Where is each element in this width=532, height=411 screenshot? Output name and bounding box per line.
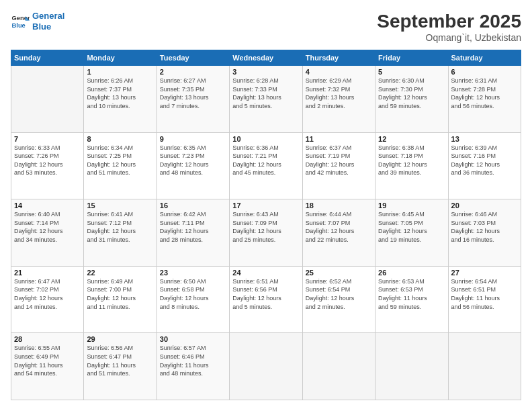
day-info: Sunrise: 6:52 AMSunset: 6:54 PMDaylight:… (306, 277, 372, 311)
day-info: Sunrise: 6:26 AMSunset: 7:37 PMDaylight:… (87, 77, 153, 110)
calendar-cell (448, 333, 521, 400)
calendar-cell: 1Sunrise: 6:26 AMSunset: 7:37 PMDaylight… (84, 66, 157, 133)
day-number: 3 (232, 68, 299, 76)
month-title: September 2025 (377, 11, 521, 32)
day-number: 6 (451, 68, 518, 76)
calendar-cell: 19Sunrise: 6:45 AMSunset: 7:05 PMDayligh… (375, 199, 448, 267)
logo: General Blue GeneralBlue (11, 11, 64, 32)
day-info: Sunrise: 6:36 AMSunset: 7:21 PMDaylight:… (232, 144, 299, 177)
day-info: Sunrise: 6:40 AMSunset: 7:14 PMDaylight:… (14, 210, 81, 244)
calendar-cell: 24Sunrise: 6:51 AMSunset: 6:56 PMDayligh… (230, 266, 302, 333)
day-info: Sunrise: 6:46 AMSunset: 7:03 PMDaylight:… (451, 210, 518, 244)
day-number: 17 (232, 201, 299, 210)
day-info: Sunrise: 6:39 AMSunset: 7:16 PMDaylight:… (451, 144, 518, 177)
day-info: Sunrise: 6:31 AMSunset: 7:28 PMDaylight:… (451, 77, 518, 110)
weekday-header: SundayMondayTuesdayWednesdayThursdayFrid… (11, 50, 521, 66)
day-number: 8 (87, 135, 153, 143)
calendar-cell: 3Sunrise: 6:28 AMSunset: 7:33 PMDaylight… (230, 66, 302, 133)
calendar-cell: 12Sunrise: 6:38 AMSunset: 7:18 PMDayligh… (375, 132, 448, 199)
day-info: Sunrise: 6:41 AMSunset: 7:12 PMDaylight:… (87, 210, 153, 244)
day-info: Sunrise: 6:34 AMSunset: 7:25 PMDaylight:… (87, 144, 153, 177)
day-info: Sunrise: 6:27 AMSunset: 7:35 PMDaylight:… (160, 77, 226, 110)
day-number: 1 (87, 68, 153, 76)
weekday-sunday: Sunday (11, 50, 84, 66)
day-number: 4 (306, 68, 372, 76)
day-number: 25 (306, 269, 372, 277)
calendar-cell: 25Sunrise: 6:52 AMSunset: 6:54 PMDayligh… (302, 266, 375, 333)
day-number: 14 (14, 201, 81, 210)
calendar-cell: 7Sunrise: 6:33 AMSunset: 7:26 PMDaylight… (11, 132, 84, 199)
day-info: Sunrise: 6:38 AMSunset: 7:18 PMDaylight:… (378, 144, 445, 177)
calendar-cell: 13Sunrise: 6:39 AMSunset: 7:16 PMDayligh… (448, 132, 521, 199)
day-info: Sunrise: 6:43 AMSunset: 7:09 PMDaylight:… (232, 210, 299, 244)
calendar-cell: 30Sunrise: 6:57 AMSunset: 6:46 PMDayligh… (157, 333, 229, 400)
weekday-wednesday: Wednesday (230, 50, 302, 66)
calendar-cell: 8Sunrise: 6:34 AMSunset: 7:25 PMDaylight… (84, 132, 157, 199)
day-number: 24 (232, 269, 299, 277)
calendar-cell: 2Sunrise: 6:27 AMSunset: 7:35 PMDaylight… (157, 66, 229, 133)
day-info: Sunrise: 6:49 AMSunset: 7:00 PMDaylight:… (87, 277, 153, 311)
calendar-cell: 28Sunrise: 6:55 AMSunset: 6:49 PMDayligh… (11, 333, 84, 400)
weekday-tuesday: Tuesday (157, 50, 229, 66)
day-number: 26 (378, 269, 445, 277)
day-number: 27 (451, 269, 518, 277)
day-number: 21 (14, 269, 81, 277)
calendar-cell: 22Sunrise: 6:49 AMSunset: 7:00 PMDayligh… (84, 266, 157, 333)
day-info: Sunrise: 6:30 AMSunset: 7:30 PMDaylight:… (378, 77, 445, 110)
day-info: Sunrise: 6:51 AMSunset: 6:56 PMDaylight:… (232, 277, 299, 311)
day-number: 23 (160, 269, 226, 277)
day-info: Sunrise: 6:57 AMSunset: 6:46 PMDaylight:… (160, 344, 226, 377)
calendar-cell: 11Sunrise: 6:37 AMSunset: 7:19 PMDayligh… (302, 132, 375, 199)
calendar-cell (375, 333, 448, 400)
title-block: September 2025 Oqmang`it, Uzbekistan (377, 11, 521, 43)
day-info: Sunrise: 6:54 AMSunset: 6:51 PMDaylight:… (451, 277, 518, 311)
calendar-cell: 4Sunrise: 6:29 AMSunset: 7:32 PMDaylight… (302, 66, 375, 133)
location: Oqmang`it, Uzbekistan (377, 32, 521, 43)
day-number: 30 (160, 335, 226, 343)
week-row-4: 21Sunrise: 6:47 AMSunset: 7:02 PMDayligh… (11, 266, 521, 333)
day-number: 19 (378, 201, 445, 210)
week-row-1: 1Sunrise: 6:26 AMSunset: 7:37 PMDaylight… (11, 66, 521, 133)
day-info: Sunrise: 6:55 AMSunset: 6:49 PMDaylight:… (14, 344, 81, 377)
week-row-5: 28Sunrise: 6:55 AMSunset: 6:49 PMDayligh… (11, 333, 521, 400)
calendar: SundayMondayTuesdayWednesdayThursdayFrid… (11, 50, 521, 400)
day-number: 5 (378, 68, 445, 76)
day-number: 11 (306, 135, 372, 143)
calendar-cell: 17Sunrise: 6:43 AMSunset: 7:09 PMDayligh… (230, 199, 302, 267)
calendar-cell (302, 333, 375, 400)
weekday-monday: Monday (84, 50, 157, 66)
calendar-cell: 18Sunrise: 6:44 AMSunset: 7:07 PMDayligh… (302, 199, 375, 267)
day-info: Sunrise: 6:50 AMSunset: 6:58 PMDaylight:… (160, 277, 226, 311)
day-number: 2 (160, 68, 226, 76)
calendar-cell: 29Sunrise: 6:56 AMSunset: 6:47 PMDayligh… (84, 333, 157, 400)
day-info: Sunrise: 6:28 AMSunset: 7:33 PMDaylight:… (232, 77, 299, 110)
day-info: Sunrise: 6:47 AMSunset: 7:02 PMDaylight:… (14, 277, 81, 311)
calendar-cell: 16Sunrise: 6:42 AMSunset: 7:11 PMDayligh… (157, 199, 229, 267)
day-number: 15 (87, 201, 153, 210)
weekday-thursday: Thursday (302, 50, 375, 66)
day-info: Sunrise: 6:56 AMSunset: 6:47 PMDaylight:… (87, 344, 153, 377)
weekday-saturday: Saturday (448, 50, 521, 66)
day-info: Sunrise: 6:53 AMSunset: 6:53 PMDaylight:… (378, 277, 445, 311)
day-number: 13 (451, 135, 518, 143)
calendar-cell: 5Sunrise: 6:30 AMSunset: 7:30 PMDaylight… (375, 66, 448, 133)
day-info: Sunrise: 6:35 AMSunset: 7:23 PMDaylight:… (160, 144, 226, 177)
day-info: Sunrise: 6:37 AMSunset: 7:19 PMDaylight:… (306, 144, 372, 177)
logo-text: GeneralBlue (32, 11, 64, 32)
calendar-cell: 15Sunrise: 6:41 AMSunset: 7:12 PMDayligh… (84, 199, 157, 267)
day-number: 28 (14, 335, 81, 343)
calendar-cell (11, 66, 84, 133)
day-number: 7 (14, 135, 81, 143)
logo-icon: General Blue (11, 12, 30, 31)
day-number: 18 (306, 201, 372, 210)
week-row-2: 7Sunrise: 6:33 AMSunset: 7:26 PMDaylight… (11, 132, 521, 199)
calendar-cell: 26Sunrise: 6:53 AMSunset: 6:53 PMDayligh… (375, 266, 448, 333)
calendar-cell: 6Sunrise: 6:31 AMSunset: 7:28 PMDaylight… (448, 66, 521, 133)
header: General Blue GeneralBlue September 2025 … (11, 11, 521, 43)
day-number: 12 (378, 135, 445, 143)
day-number: 22 (87, 269, 153, 277)
day-info: Sunrise: 6:45 AMSunset: 7:05 PMDaylight:… (378, 210, 445, 244)
day-number: 9 (160, 135, 226, 143)
calendar-cell (230, 333, 302, 400)
calendar-cell: 14Sunrise: 6:40 AMSunset: 7:14 PMDayligh… (11, 199, 84, 267)
